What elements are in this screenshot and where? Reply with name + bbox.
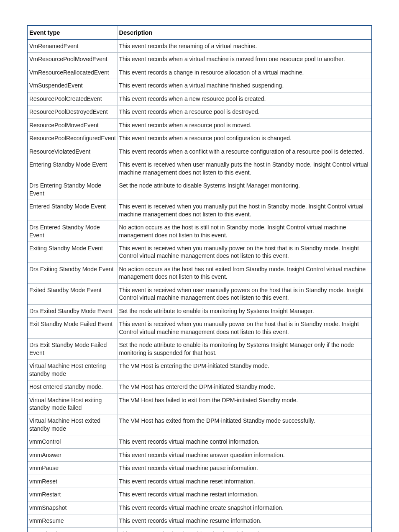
- cell-event-type: VmSuspendedEvent: [27, 79, 117, 92]
- cell-description: This event records when a resource pool …: [117, 132, 372, 145]
- table-row: ResourcePoolDestroyedEventThis event rec…: [27, 105, 372, 118]
- table-row: ResourceViolatedEventThis event records …: [27, 145, 372, 158]
- table-row: Drs Exited Standby Mode EventSet the nod…: [27, 304, 372, 317]
- cell-event-type: Drs Exited Standby Mode Event: [27, 304, 117, 317]
- cell-event-type: vmmRestart: [27, 488, 117, 501]
- table-row: Virtual Machine Host exited standby mode…: [27, 414, 372, 435]
- cell-event-type: vmmPause: [27, 462, 117, 475]
- table-row: Virtual Machine Host exiting standby mod…: [27, 393, 372, 414]
- cell-description: This event records virtual machine resta…: [117, 488, 372, 501]
- cell-description: This event records virtual machine pause…: [117, 462, 372, 475]
- cell-description: This event is received when you manually…: [117, 242, 372, 262]
- table-row: VmSuspendedEventThis event records when …: [27, 79, 372, 92]
- cell-event-type: Entered Standby Mode Event: [27, 200, 117, 221]
- cell-description: This event records when a resource pool …: [117, 118, 372, 131]
- cell-event-type: Drs Exiting Standby Mode Event: [27, 262, 117, 283]
- cell-event-type: ResourceViolatedEvent: [27, 145, 117, 158]
- cell-description: This event is received when you manually…: [117, 200, 372, 221]
- table-row: vmmPauseThis event records virtual machi…: [27, 462, 372, 475]
- cell-event-type: Host entered standby mode.: [27, 380, 117, 393]
- table-row: ResourcePoolMovedEventThis event records…: [27, 118, 372, 131]
- cell-event-type: Drs Exit Standby Mode Failed Event: [27, 339, 117, 360]
- table-row: vmmResetThis event records virtual machi…: [27, 475, 372, 488]
- cell-event-type: vmmResume: [27, 514, 117, 527]
- cell-description: The VM Host has failed to exit from the …: [117, 393, 372, 414]
- table-row: VmResourceReallocatedEventThis event rec…: [27, 66, 372, 79]
- cell-description: This event records when a conflict with …: [117, 145, 372, 158]
- col-header-event-type: Event type: [27, 26, 117, 40]
- table-header: Event type Description: [27, 26, 372, 40]
- cell-event-type: vmmControl: [27, 435, 117, 448]
- cell-event-type: Drs Entering Standby Mode Event: [27, 179, 117, 200]
- table-row: ResourcePoolReconfiguredEventThis event …: [27, 132, 372, 145]
- cell-event-type: ResourcePoolReconfiguredEvent: [27, 132, 117, 145]
- table-body: VmRenamedEventThis event records the ren…: [27, 40, 372, 532]
- table-row: ResourcePoolCreatedEventThis event recor…: [27, 92, 372, 105]
- cell-description: The VM Host has entererd the DPM-initiat…: [117, 380, 372, 393]
- cell-description: This event records a change in resource …: [117, 66, 372, 79]
- cell-description: This event records virtual machine resum…: [117, 514, 372, 527]
- cell-description: This event records when a resource pool …: [117, 105, 372, 118]
- table-row: Exiting Standby Mode EventThis event is …: [27, 242, 372, 262]
- cell-event-type: vmmSnapshot: [27, 501, 117, 514]
- table-row: Exit Standby Mode Failed EventThis event…: [27, 318, 372, 339]
- cell-event-type: Drs Entered Standby Mode Event: [27, 221, 117, 242]
- cell-description: This event is received when user manuall…: [117, 158, 372, 179]
- cell-description: This event is received when you manually…: [117, 318, 372, 339]
- cell-event-type: vmmReset: [27, 475, 117, 488]
- cell-event-type: Virtual Machine Host exiting standby mod…: [27, 393, 117, 414]
- table-row: VmRenamedEventThis event records the ren…: [27, 40, 372, 53]
- cell-description: This event records virtual machine contr…: [117, 435, 372, 448]
- table-row: vmmShutdownThis event records virtual ma…: [27, 527, 372, 532]
- cell-event-type: VmRenamedEvent: [27, 40, 117, 53]
- cell-event-type: VmResourcePoolMovedEvent: [27, 53, 117, 66]
- cell-event-type: ResourcePoolDestroyedEvent: [27, 105, 117, 118]
- table-row: vmmResumeThis event records virtual mach…: [27, 514, 372, 527]
- cell-event-type: Virtual Machine Host exited standby mode: [27, 414, 117, 435]
- cell-description: This event records when a new resource p…: [117, 92, 372, 105]
- cell-description: This event records virtual machine reset…: [117, 475, 372, 488]
- table-row: vmmRestartThis event records virtual mac…: [27, 488, 372, 501]
- table-row: Host entered standby mode.The VM Host ha…: [27, 380, 372, 393]
- table-row: Virtual Machine Host entering standby mo…: [27, 360, 372, 380]
- table-row: VmResourcePoolMovedEventThis event recor…: [27, 53, 372, 66]
- table-row: Drs Entered Standby Mode EventNo action …: [27, 221, 372, 242]
- cell-event-type: vmmAnswer: [27, 448, 117, 461]
- cell-description: This event records the renaming of a vir…: [117, 40, 372, 53]
- table-row: vmmControlThis event records virtual mac…: [27, 435, 372, 448]
- cell-description: Set the node attribute to disable System…: [117, 179, 372, 200]
- events-table: Event type Description VmRenamedEventThi…: [27, 25, 372, 532]
- cell-description: This event is received when user manuall…: [117, 283, 372, 304]
- table-row: Drs Exiting Standby Mode EventNo action …: [27, 262, 372, 283]
- cell-description: This event records virtual machine answe…: [117, 448, 372, 461]
- cell-description: The VM Host is entering the DPM-initiate…: [117, 360, 372, 380]
- cell-description: No action occurs as the host is still no…: [117, 221, 372, 242]
- table-row: Exited Standby Mode EventThis event is r…: [27, 283, 372, 304]
- cell-event-type: ResourcePoolMovedEvent: [27, 118, 117, 131]
- cell-event-type: ResourcePoolCreatedEvent: [27, 92, 117, 105]
- table-row: Entered Standby Mode EventThis event is …: [27, 200, 372, 221]
- cell-description: The VM Host has exited from the DPM-init…: [117, 414, 372, 435]
- col-header-description: Description: [117, 26, 372, 40]
- cell-description: This event records when a virtual machin…: [117, 53, 372, 66]
- page: Event type Description VmRenamedEventThi…: [0, 0, 399, 532]
- cell-description: This event records when a virtual machin…: [117, 79, 372, 92]
- cell-event-type: Entering Standby Mode Event: [27, 158, 117, 179]
- cell-event-type: Virtual Machine Host entering standby mo…: [27, 360, 117, 380]
- cell-event-type: Exited Standby Mode Event: [27, 283, 117, 304]
- cell-description: This event records virtual machine creat…: [117, 501, 372, 514]
- cell-description: No action occurs as the host has not exi…: [117, 262, 372, 283]
- table-row: vmmAnswerThis event records virtual mach…: [27, 448, 372, 461]
- table-row: Entering Standby Mode EventThis event is…: [27, 158, 372, 179]
- cell-description: Set the node attribute to enable its mon…: [117, 304, 372, 317]
- table-row: Drs Entering Standby Mode EventSet the n…: [27, 179, 372, 200]
- cell-event-type: Exiting Standby Mode Event: [27, 242, 117, 262]
- table-row: vmmSnapshotThis event records virtual ma…: [27, 501, 372, 514]
- cell-event-type: VmResourceReallocatedEvent: [27, 66, 117, 79]
- cell-event-type: Exit Standby Mode Failed Event: [27, 318, 117, 339]
- cell-description: Set the node attribute to enable its mon…: [117, 339, 372, 360]
- cell-event-type: vmmShutdown: [27, 527, 117, 532]
- table-row: Drs Exit Standby Mode Failed EventSet th…: [27, 339, 372, 360]
- cell-description: This event records virtual machine shutd…: [117, 527, 372, 532]
